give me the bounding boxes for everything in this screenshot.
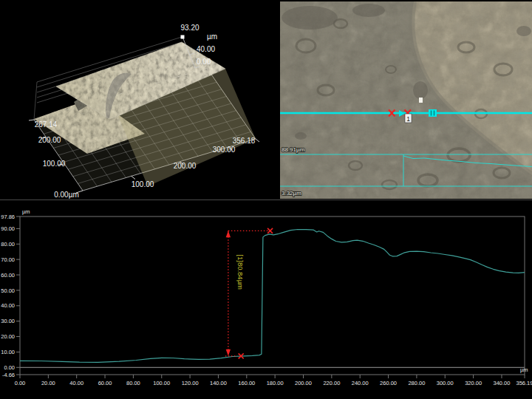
3d-x-300-label: 300.00 [213,146,236,154]
x-tick-label: 40.00 [69,380,83,386]
measurement-marker-1[interactable]: 1 [405,114,412,123]
y-tick-label: 97.86 [1,214,15,220]
3d-z-40-label: 40.00 [197,45,215,53]
3d-x-100-label: 100.00 [132,180,154,188]
3d-y-0-label: 0.00µm [54,191,79,199]
upper-cursor-label: 88.91µm [282,146,305,153]
measurement-marker-number: 1 [406,115,410,123]
x-tick-label: 0.00 [15,380,26,386]
y-tick-label: 30.00 [1,318,15,324]
surface-3d-view[interactable]: 93.20 µm 40.00 0.00 267.14 200.00 100.00… [0,0,277,200]
panel-divider [0,200,532,200]
3d-z-unit-label: µm [207,33,217,41]
y-tick-label: 40.00 [1,302,15,309]
image-grain [280,1,532,199]
y-tick-label: 0.00 [4,364,15,371]
x-tick-label: 180.00 [267,380,284,386]
y-tick-label: 70.00 [1,256,15,263]
3d-z-0-label: 0.00 [197,58,211,66]
step-height-annotation: [1]80.84µm [236,254,245,290]
3d-x-max-label: 356.18 [233,137,256,145]
x-tick-label: 80.00 [126,380,140,386]
x-tick-label: 220.00 [323,380,340,386]
y-tick-label: 50.00 [1,287,15,294]
3d-z-max-label: 93.20 [180,24,199,32]
x-tick-label: 100.00 [153,380,170,386]
x-tick-label: 20.00 [41,380,55,386]
y-tick-label: 20.00 [1,333,15,340]
x-axis-unit: µm [520,366,528,373]
3d-z-axis-top-marker[interactable] [181,35,185,39]
x-tick-label: 160.00 [238,380,255,386]
microscope-image-view[interactable]: 1 88.91µm 3.32µm [280,1,532,199]
image-bright-speck [419,98,423,103]
3d-x-200-label: 200.00 [174,162,197,170]
y-axis-unit: µm [22,208,30,215]
x-tick-label: 280.00 [408,380,425,386]
x-tick-label: 200.00 [295,380,312,386]
y-tick-label: -4.66 [2,372,15,378]
x-tick-label: 140.00 [210,380,227,386]
3d-y-100-label: 100.00 [43,160,66,168]
3d-y-267-label: 267.14 [35,120,58,129]
x-tick-label: 320.00 [465,380,482,386]
lower-cursor-label: 3.32µm [282,190,301,197]
y-tick-label: 10.00 [1,349,15,355]
profile-chart[interactable]: 97.8690.0080.0070.0060.0050.0040.0030.00… [0,201,532,399]
3d-y-200-label: 200.00 [38,136,61,144]
x-tick-label: 300.00 [437,380,454,386]
x-tick-label: 340.00 [493,380,510,386]
x-tick-label: 356.19 [516,380,532,386]
x-tick-label: 120.00 [182,380,199,386]
y-tick-label: 90.00 [1,225,15,232]
x-tick-label: 240.00 [352,380,369,386]
y-tick-label: 60.00 [1,272,15,279]
x-tick-label: 260.00 [380,380,397,386]
chart-background [0,201,532,399]
analyzer-window: 93.20 µm 40.00 0.00 267.14 200.00 100.00… [0,0,532,399]
measurement-line-handle[interactable] [429,109,437,117]
y-tick-label: 80.00 [1,241,15,248]
x-tick-label: 60.00 [98,380,112,386]
